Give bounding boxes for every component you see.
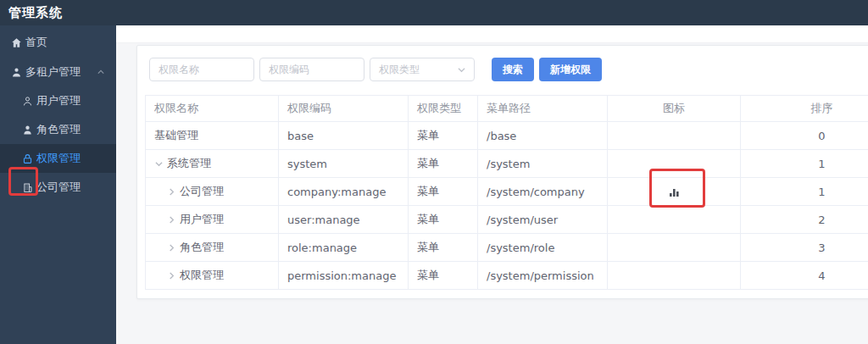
cell-code: role:manage bbox=[279, 234, 409, 262]
permission-code-input[interactable] bbox=[259, 58, 364, 81]
cell-name: 权限管理 bbox=[180, 268, 224, 283]
sidebar-item-label: 权限管理 bbox=[36, 151, 81, 166]
cell-type: 菜单 bbox=[409, 150, 478, 178]
annotation-box-sidebar-company-icon bbox=[8, 167, 38, 196]
table-row: 公司管理 company:manage 菜单 /system/company 1 bbox=[146, 178, 868, 206]
expand-arrow-right-icon[interactable] bbox=[167, 187, 175, 196]
cell-path: /system/company bbox=[478, 178, 608, 206]
sidebar-item-home[interactable]: 首页 bbox=[0, 27, 116, 58]
cell-sort: 1 bbox=[741, 150, 868, 178]
chevron-down-icon bbox=[458, 66, 465, 74]
cell-sort: 0 bbox=[741, 122, 868, 150]
cell-sort: 4 bbox=[741, 262, 868, 290]
app-header: 管理系统 bbox=[0, 0, 868, 25]
table-row: 角色管理 role:manage 菜单 /system/role 3 bbox=[146, 234, 868, 262]
col-header-name: 权限名称 bbox=[146, 96, 279, 122]
select-placeholder: 权限类型 bbox=[379, 63, 420, 77]
cell-name: 角色管理 bbox=[180, 240, 224, 255]
sidebar-item-label: 公司管理 bbox=[36, 180, 81, 195]
cell-icon bbox=[608, 262, 741, 290]
table-row: 基础管理 base 菜单 /base 0 bbox=[146, 122, 868, 150]
cell-code: base bbox=[279, 122, 409, 150]
cell-type: 菜单 bbox=[409, 234, 478, 262]
cell-code: user:manage bbox=[279, 206, 409, 234]
cell-sort: 1 bbox=[741, 178, 868, 206]
cell-path: /system bbox=[478, 150, 608, 178]
table-header-row: 权限名称 权限编码 权限类型 菜单路径 图标 排序 bbox=[146, 96, 868, 122]
sidebar-item-label: 多租户管理 bbox=[25, 64, 81, 80]
expand-arrow-down-icon[interactable] bbox=[154, 159, 163, 168]
cell-sort: 2 bbox=[741, 206, 868, 234]
cell-type: 菜单 bbox=[409, 178, 478, 206]
cell-icon bbox=[608, 234, 741, 262]
table-row: 用户管理 user:manage 菜单 /system/user 2 bbox=[146, 206, 868, 234]
cell-icon bbox=[608, 206, 741, 234]
permission-type-select[interactable]: 权限类型 bbox=[370, 58, 475, 81]
cell-path: /base bbox=[478, 122, 608, 150]
permissions-table: 权限名称 权限编码 权限类型 菜单路径 图标 排序 基础管理 base 菜单 /… bbox=[145, 95, 868, 290]
sidebar-item-label: 用户管理 bbox=[36, 93, 81, 108]
sidebar-item-label: 首页 bbox=[25, 35, 47, 50]
sidebar-item-label: 角色管理 bbox=[36, 122, 81, 137]
content-card: 权限类型 搜索 新增权限 权限名称 权限编码 权限类型 菜单路径 图标 排序 基… bbox=[136, 45, 868, 299]
table-row: 权限管理 permission:manage 菜单 /system/permis… bbox=[146, 262, 868, 290]
home-icon bbox=[10, 36, 22, 48]
cell-path: /system/role bbox=[478, 234, 608, 262]
col-header-type: 权限类型 bbox=[409, 96, 478, 122]
expand-arrow-right-icon[interactable] bbox=[167, 271, 175, 280]
cell-icon bbox=[608, 122, 741, 150]
cell-path: /system/user bbox=[478, 206, 608, 234]
cell-code: system bbox=[279, 150, 409, 178]
permission-name-input[interactable] bbox=[149, 58, 254, 81]
cell-sort: 3 bbox=[741, 234, 868, 262]
cell-code: permission:manage bbox=[279, 262, 409, 290]
annotation-box-table-bar-chart-icon bbox=[649, 169, 705, 208]
navbar-strip bbox=[116, 25, 868, 43]
sidebar-item-multitenant[interactable]: 多租户管理 bbox=[0, 58, 116, 86]
search-toolbar: 权限类型 搜索 新增权限 bbox=[149, 58, 868, 81]
col-header-path: 菜单路径 bbox=[478, 96, 608, 122]
cell-code: company:manage bbox=[279, 178, 409, 206]
sidebar-item-users[interactable]: 用户管理 bbox=[0, 86, 116, 115]
col-header-sort: 排序 bbox=[741, 96, 868, 122]
cell-name: 用户管理 bbox=[180, 212, 224, 227]
cell-path: /system/permission bbox=[478, 262, 608, 290]
user-outline-icon bbox=[21, 95, 33, 107]
cell-type: 菜单 bbox=[409, 262, 478, 290]
cell-type: 菜单 bbox=[409, 122, 478, 150]
expand-arrow-right-icon[interactable] bbox=[167, 243, 175, 252]
user-filled-icon bbox=[21, 124, 33, 136]
chevron-up-icon bbox=[97, 69, 104, 75]
search-button[interactable]: 搜索 bbox=[492, 58, 534, 81]
cell-name: 基础管理 bbox=[154, 128, 198, 143]
app-title: 管理系统 bbox=[8, 5, 63, 21]
add-permission-button[interactable]: 新增权限 bbox=[539, 58, 602, 81]
lock-icon bbox=[21, 153, 33, 164]
cell-name: 公司管理 bbox=[180, 184, 224, 199]
col-header-icon: 图标 bbox=[608, 96, 741, 122]
expand-arrow-right-icon[interactable] bbox=[167, 215, 175, 224]
cell-name: 系统管理 bbox=[167, 156, 211, 171]
cell-type: 菜单 bbox=[409, 206, 478, 234]
users-icon bbox=[10, 66, 22, 78]
col-header-code: 权限编码 bbox=[279, 96, 409, 122]
sidebar-item-roles[interactable]: 角色管理 bbox=[0, 115, 116, 144]
table-row: 系统管理 system 菜单 /system 1 bbox=[146, 150, 868, 178]
